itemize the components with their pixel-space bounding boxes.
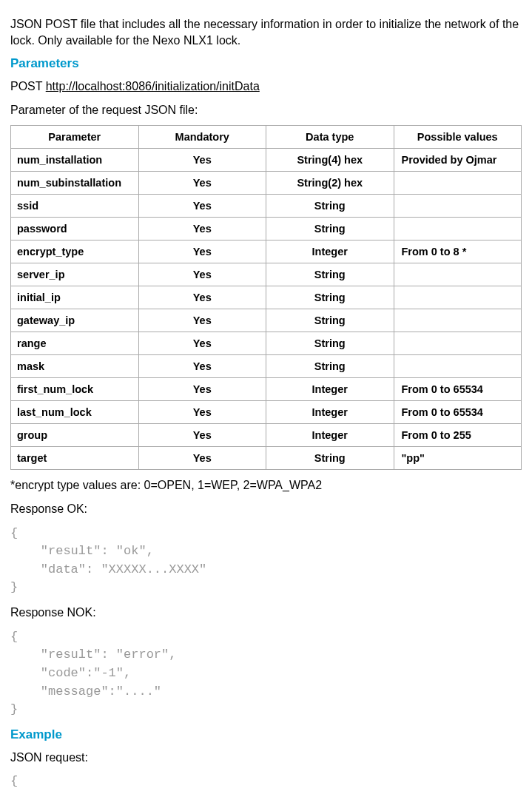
cell-parameter: initial_ip	[11, 286, 139, 309]
cell-mandatory: Yes	[138, 401, 266, 424]
cell-possible	[394, 309, 522, 332]
cell-possible: From 0 to 255	[394, 424, 522, 447]
cell-datatype: String	[266, 309, 394, 332]
table-row: groupYesIntegerFrom 0 to 255	[11, 424, 522, 447]
cell-mandatory: Yes	[138, 286, 266, 309]
cell-datatype: String	[266, 286, 394, 309]
cell-mandatory: Yes	[138, 309, 266, 332]
cell-mandatory: Yes	[138, 447, 266, 470]
post-line: POST http://localhost:8086/initializatio…	[10, 78, 522, 95]
cell-possible	[394, 332, 522, 355]
table-row: last_num_lockYesIntegerFrom 0 to 65534	[11, 401, 522, 424]
table-row: initial_ipYesString	[11, 286, 522, 309]
cell-datatype: Integer	[266, 240, 394, 263]
table-row: passwordYesString	[11, 218, 522, 240]
cell-mandatory: Yes	[138, 332, 266, 355]
table-row: targetYesString "pp"	[11, 447, 522, 470]
cell-possible: From 0 to 65534	[394, 401, 522, 424]
param-file-line: Parameter of the request JSON file:	[10, 102, 522, 118]
table-row: rangeYesString	[11, 332, 522, 355]
cell-parameter: num_installation	[11, 149, 139, 172]
cell-mandatory: Yes	[138, 218, 266, 240]
response-ok-label: Response OK:	[10, 501, 522, 517]
json-request-code: {	[10, 773, 522, 791]
cell-possible	[394, 286, 522, 309]
cell-parameter: group	[11, 424, 139, 447]
cell-datatype: String(4) hex	[266, 149, 394, 172]
cell-parameter: server_ip	[11, 263, 139, 286]
table-row: server_ipYesString	[11, 263, 522, 286]
cell-mandatory: Yes	[138, 378, 266, 401]
cell-parameter: password	[11, 218, 139, 240]
table-row: num_installationYesString(4) hexProvided…	[11, 149, 522, 172]
cell-possible	[394, 218, 522, 240]
cell-datatype: String	[266, 332, 394, 355]
cell-possible	[394, 195, 522, 218]
table-row: gateway_ipYesString	[11, 309, 522, 332]
cell-datatype: String	[266, 263, 394, 286]
th-mandatory: Mandatory	[138, 126, 266, 149]
cell-parameter: ssid	[11, 195, 139, 218]
cell-mandatory: Yes	[138, 240, 266, 263]
cell-possible: From 0 to 8 *	[394, 240, 522, 263]
response-nok-code: { "result": "error", "code":"-1", "messa…	[10, 628, 522, 719]
cell-mandatory: Yes	[138, 195, 266, 218]
table-row: maskYesString	[11, 355, 522, 378]
cell-datatype: String(2) hex	[266, 172, 394, 195]
cell-possible: Provided by Ojmar	[394, 149, 522, 172]
table-row: first_num_lockYesIntegerFrom 0 to 65534	[11, 378, 522, 401]
table-header-row: Parameter Mandatory Data type Possible v…	[11, 126, 522, 149]
cell-mandatory: Yes	[138, 149, 266, 172]
cell-mandatory: Yes	[138, 424, 266, 447]
cell-datatype: String	[266, 195, 394, 218]
cell-mandatory: Yes	[138, 355, 266, 378]
cell-mandatory: Yes	[138, 172, 266, 195]
cell-mandatory: Yes	[138, 263, 266, 286]
table-row: num_subinstallationYesString(2) hex	[11, 172, 522, 195]
json-request-label: JSON request:	[10, 750, 522, 766]
cell-parameter: gateway_ip	[11, 309, 139, 332]
response-nok-label: Response NOK:	[10, 605, 522, 621]
cell-datatype: String	[266, 355, 394, 378]
cell-parameter: first_num_lock	[11, 378, 139, 401]
cell-parameter: range	[11, 332, 139, 355]
table-row: ssidYesString	[11, 195, 522, 218]
cell-datatype: String	[266, 218, 394, 240]
cell-possible: From 0 to 65534	[394, 378, 522, 401]
cell-datatype: Integer	[266, 424, 394, 447]
intro-paragraph: JSON POST file that includes all the nec…	[10, 16, 522, 48]
post-url: http://localhost:8086/initialization/ini…	[46, 80, 260, 92]
response-ok-code: { "result": "ok", "data": "XXXXX...XXXX"…	[10, 525, 522, 598]
post-prefix: POST	[10, 80, 46, 92]
th-parameter: Parameter	[11, 126, 139, 149]
parameters-table: Parameter Mandatory Data type Possible v…	[10, 125, 522, 470]
cell-datatype: String	[266, 447, 394, 470]
cell-datatype: Integer	[266, 378, 394, 401]
encrypt-note: *encrypt type values are: 0=OPEN, 1=WEP,…	[10, 477, 522, 494]
cell-datatype: Integer	[266, 401, 394, 424]
cell-possible	[394, 355, 522, 378]
cell-parameter: target	[11, 447, 139, 470]
example-heading: Example	[10, 727, 522, 744]
cell-parameter: mask	[11, 355, 139, 378]
cell-parameter: last_num_lock	[11, 401, 139, 424]
cell-possible	[394, 172, 522, 195]
cell-possible: "pp"	[394, 447, 522, 470]
cell-possible	[394, 263, 522, 286]
th-possible: Possible values	[394, 126, 522, 149]
cell-parameter: num_subinstallation	[11, 172, 139, 195]
th-datatype: Data type	[266, 126, 394, 149]
table-row: encrypt_typeYesIntegerFrom 0 to 8 *	[11, 240, 522, 263]
parameters-heading: Parameters	[10, 55, 522, 73]
cell-parameter: encrypt_type	[11, 240, 139, 263]
